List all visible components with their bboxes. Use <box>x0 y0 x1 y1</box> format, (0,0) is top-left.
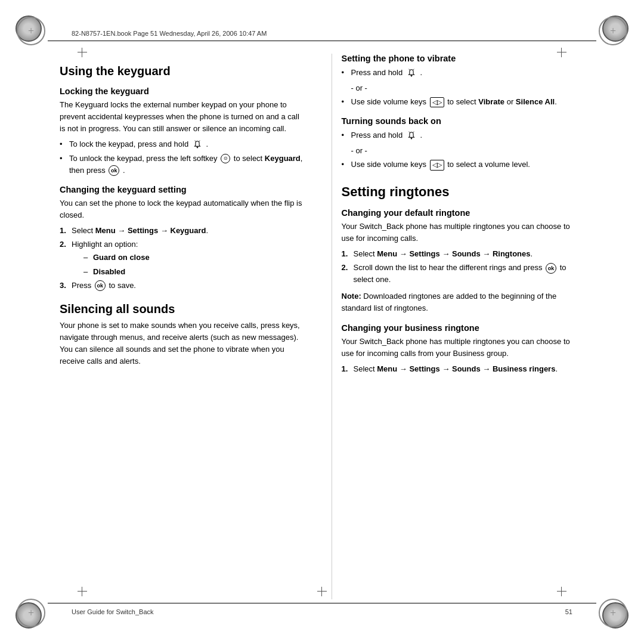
header-text: 82-N8757-1EN.book Page 51 Wednesday, Apr… <box>72 30 572 37</box>
step-2: 2. Highlight an option: Guard on close D… <box>60 239 303 277</box>
changing-steps: 1. Select Menu → Settings → Keyguard. 2.… <box>60 225 303 292</box>
right-column: Setting the phone to vibrate Press and h… <box>332 54 585 599</box>
svg-point-1 <box>197 147 198 148</box>
bullet-unlock: To unlock the keypad, press the left sof… <box>60 153 303 177</box>
sounds-on-bullets-2: Use side volume keys ◁▷ to select a volu… <box>342 159 585 171</box>
note-label: Note: <box>342 292 361 301</box>
svg-line-2 <box>194 141 196 141</box>
subsection-title-changing: Changing the keyguard setting <box>60 185 303 194</box>
vibrate-bullets-2: Use side volume keys ◁▷ to select Vibrat… <box>342 96 585 108</box>
svg-line-7 <box>413 69 414 69</box>
reg-mark-tr <box>599 17 627 45</box>
keyguard-options: Guard on close Disabled <box>83 252 303 277</box>
business-ringtone-steps: 1. Select Menu → Settings → Sounds → Bus… <box>342 363 585 375</box>
bullet-vibrate-2: Use side volume keys ◁▷ to select Vibrat… <box>342 96 585 108</box>
bell-icon-2 <box>406 69 417 78</box>
footer-page-number: 51 <box>565 608 572 615</box>
section-title-keyguard: Using the keyguard <box>60 64 303 78</box>
subsection-title-default-ringtone: Changing your default ringtone <box>342 208 585 218</box>
footer-text-left: User Guide for Switch_Back <box>72 608 154 615</box>
bell-icon-3 <box>406 131 417 141</box>
bullet-sounds-2: Use side volume keys ◁▷ to select a volu… <box>342 159 585 171</box>
changing-body: You can set the phone to lock the keypad… <box>60 197 303 221</box>
footer-rule <box>48 603 596 603</box>
svg-line-11 <box>413 132 414 132</box>
reg-mark-tl <box>17 17 45 45</box>
step-3: 3. Press ok to save. <box>60 280 303 292</box>
subsection-title-business-ringtone: Changing your business ringtone <box>342 323 585 333</box>
business-ringtone-step-1: 1. Select Menu → Settings → Sounds → Bus… <box>342 363 585 375</box>
section-title-silencing: Silencing all sounds <box>60 302 303 316</box>
svg-line-3 <box>199 141 200 141</box>
or-text-1: - or - <box>342 83 585 92</box>
bell-icon-1 <box>192 140 203 150</box>
vol-keys-icon-1: ◁▷ <box>430 97 444 107</box>
subsection-title-locking: Locking the keyguard <box>60 86 303 96</box>
svg-point-9 <box>411 138 412 139</box>
ok-icon-3: ok <box>546 263 556 274</box>
or-text-2: - or - <box>342 146 585 155</box>
ok-icon-1: ok <box>109 165 119 176</box>
svg-line-10 <box>408 132 410 132</box>
bullet-lock: To lock the keypad, press and hold . <box>60 138 303 150</box>
softkey-icon: ⊙ <box>221 154 230 163</box>
default-ringtone-body: Your Switch_Back phone has multiple ring… <box>342 221 585 244</box>
subsection-title-sounds-on: Turning sounds back on <box>342 116 585 126</box>
section-title-ringtones: Setting ringtones <box>342 184 585 200</box>
vibrate-bullets: Press and hold . <box>342 67 585 79</box>
ringtone-note: Note: Downloaded ringtones are added to … <box>342 290 585 314</box>
default-ringtone-steps: 1. Select Menu → Settings → Sounds → Rin… <box>342 248 585 286</box>
left-column: Using the keyguard Locking the keyguard … <box>60 54 312 599</box>
svg-point-5 <box>411 75 412 76</box>
header-rule <box>48 41 596 41</box>
ok-icon-2: ok <box>95 280 106 291</box>
ringtone-step-1: 1. Select Menu → Settings → Sounds → Rin… <box>342 248 585 260</box>
sounds-on-bullets: Press and hold . <box>342 129 585 141</box>
reg-mark-bl <box>17 599 45 627</box>
ringtone-step-2: 2. Scroll down the list to hear the diff… <box>342 262 585 286</box>
locking-body: The Keyguard locks the external number k… <box>60 99 303 135</box>
vol-keys-icon-2: ◁▷ <box>430 160 444 170</box>
bullet-sounds-1: Press and hold . <box>342 129 585 141</box>
step-1: 1. Select Menu → Settings → Keyguard. <box>60 225 303 237</box>
silencing-body: Your phone is set to make sounds when yo… <box>60 320 303 368</box>
locking-bullets: To lock the keypad, press and hold . To … <box>60 138 303 176</box>
subsection-title-vibrate: Setting the phone to vibrate <box>342 54 585 63</box>
svg-line-6 <box>408 69 410 69</box>
reg-mark-br <box>599 599 627 627</box>
business-ringtone-body: Your Switch_Back phone has multiple ring… <box>342 336 585 360</box>
option-guard-on-close: Guard on close <box>83 252 303 264</box>
option-disabled: Disabled <box>83 266 303 278</box>
main-content: Using the keyguard Locking the keyguard … <box>60 54 584 599</box>
bullet-vibrate-1: Press and hold . <box>342 67 585 79</box>
